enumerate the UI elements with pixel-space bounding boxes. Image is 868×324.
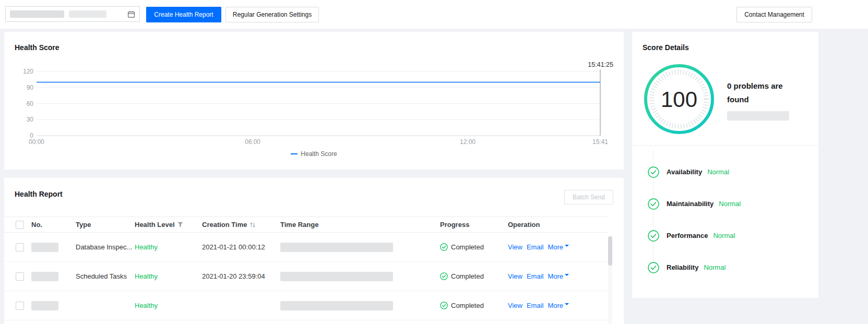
batch-send-button[interactable]: Batch Send	[564, 190, 613, 205]
check-circle-icon	[440, 302, 448, 309]
x-tick-1200: 12:00	[460, 138, 475, 146]
column-no: No.	[31, 221, 76, 229]
check-circle-icon	[440, 243, 448, 251]
redacted-report-no	[31, 272, 58, 281]
health-level-value: Healthy	[135, 302, 202, 309]
sort-icon[interactable]	[249, 222, 256, 228]
column-operation: Operation	[508, 221, 608, 229]
check-circle-icon	[648, 198, 659, 210]
more-link[interactable]: More	[548, 302, 569, 309]
x-tick-0000: 00:00	[29, 138, 44, 146]
health-score-title: Health Score	[4, 32, 624, 52]
column-progress: Progress	[440, 221, 508, 229]
legend-line-swatch	[291, 153, 298, 154]
metric-status: Normal	[719, 200, 741, 208]
report-type: Database Inspec...	[76, 243, 135, 251]
health-report-table: No. Type Health Level Creation Time Time…	[4, 217, 624, 320]
email-link[interactable]: Email	[527, 243, 544, 251]
email-link[interactable]: Email	[527, 302, 544, 309]
y-tick-120: 120	[23, 68, 33, 75]
metric-label: Reliability	[667, 263, 698, 271]
row-checkbox[interactable]	[16, 243, 24, 251]
score-metrics-list: Availability Normal Maintainability Norm…	[632, 145, 818, 283]
metric-performance: Performance Normal	[632, 220, 818, 251]
column-health-level: Health Level	[135, 221, 202, 229]
progress-value: Completed	[451, 302, 484, 309]
instance-selector[interactable]	[5, 6, 140, 22]
contact-management-button[interactable]: Contact Management	[736, 7, 812, 22]
metric-availability: Availability Normal	[632, 156, 818, 188]
metric-label: Availability	[667, 168, 702, 176]
problems-found-text: 0 problems are found	[727, 79, 801, 106]
progress-cell: Completed	[440, 243, 508, 251]
metric-reliability: Reliability Normal	[632, 251, 818, 283]
metric-status: Normal	[707, 168, 729, 176]
redacted-time-range	[280, 272, 393, 281]
health-report-title: Health Report	[15, 190, 63, 198]
chevron-down-icon	[565, 274, 569, 278]
chart-cursor-time: 15:41:25	[588, 61, 613, 68]
report-type: Scheduled Tasks	[76, 272, 135, 280]
check-circle-icon	[440, 272, 448, 280]
calendar-icon[interactable]	[127, 10, 135, 18]
view-link[interactable]: View	[508, 272, 522, 280]
check-circle-icon	[648, 230, 659, 242]
health-score-chart[interactable]: 120 90 60 30 0 00:00 06:00 12:00 15:41 1…	[4, 58, 624, 147]
column-creation-time: Creation Time	[202, 221, 280, 229]
table-row: Scheduled Tasks Healthy 2021-01-20 23:59…	[4, 262, 608, 291]
metric-label: Performance	[667, 232, 708, 239]
row-checkbox[interactable]	[16, 302, 24, 310]
view-link[interactable]: View	[508, 243, 522, 251]
table-header-row: No. Type Health Level Creation Time Time…	[4, 217, 608, 233]
select-all-checkbox[interactable]	[16, 221, 24, 229]
score-details-title: Score Details	[632, 32, 818, 52]
progress-cell: Completed	[440, 272, 508, 280]
y-tick-90: 90	[27, 84, 34, 91]
chevron-down-icon	[565, 303, 569, 307]
column-time-range: Time Range	[280, 221, 440, 229]
check-circle-icon	[648, 262, 659, 273]
operation-cell: View Email More	[508, 272, 608, 280]
table-row: Database Inspec... Healthy 2021-01-21 00…	[4, 233, 608, 262]
email-link[interactable]: Email	[527, 272, 544, 280]
score-details-card: Score Details 100 0 problems are found	[632, 32, 818, 298]
metric-status: Normal	[713, 232, 735, 239]
score-value: 100	[661, 87, 697, 112]
check-circle-icon	[648, 166, 659, 178]
metric-label: Maintainability	[667, 200, 714, 208]
metric-maintainability: Maintainability Normal	[632, 188, 818, 220]
y-tick-60: 60	[27, 100, 34, 107]
redacted-report-no	[31, 301, 58, 310]
redacted-report-no	[31, 243, 58, 252]
chart-legend: Health Score	[4, 150, 624, 158]
row-checkbox[interactable]	[16, 272, 24, 281]
redacted-instance-name	[10, 10, 64, 18]
filter-icon[interactable]	[177, 222, 183, 227]
metric-status: Normal	[704, 263, 726, 271]
more-link[interactable]: More	[548, 272, 569, 280]
x-tick-1541: 15:41	[592, 138, 608, 146]
creation-time-value: 2021-01-20 23:59:04	[202, 272, 280, 280]
table-scrollbar	[608, 235, 612, 324]
health-report-card: Health Report Batch Send No. Type Health…	[4, 178, 624, 324]
health-level-value: Healthy	[135, 243, 202, 251]
table-scrollbar-thumb[interactable]	[608, 236, 612, 266]
create-health-report-button[interactable]: Create Health Report	[146, 7, 221, 22]
score-gauge: 100	[643, 63, 716, 136]
progress-value: Completed	[451, 243, 484, 251]
x-tick-0600: 06:00	[245, 138, 260, 146]
regular-generation-settings-button[interactable]: Regular Generation Settings	[225, 7, 319, 22]
redacted-time-range	[280, 243, 393, 252]
more-link[interactable]: More	[548, 243, 569, 251]
operation-cell: View Email More	[508, 302, 608, 309]
creation-time-value: 2021-01-21 00:00:12	[202, 243, 280, 251]
progress-value: Completed	[451, 272, 484, 280]
health-score-card: Health Score 120 90 60 30 0 00:00 06:00 …	[4, 32, 624, 170]
redacted-time-range	[280, 301, 393, 310]
topbar: Create Health Report Regular Generation …	[0, 0, 868, 29]
health-level-value: Healthy	[135, 272, 202, 280]
table-row: Healthy Completed View Email More	[4, 291, 608, 320]
progress-cell: Completed	[440, 302, 508, 309]
view-link[interactable]: View	[508, 302, 522, 309]
redacted-instance-id	[69, 10, 106, 18]
